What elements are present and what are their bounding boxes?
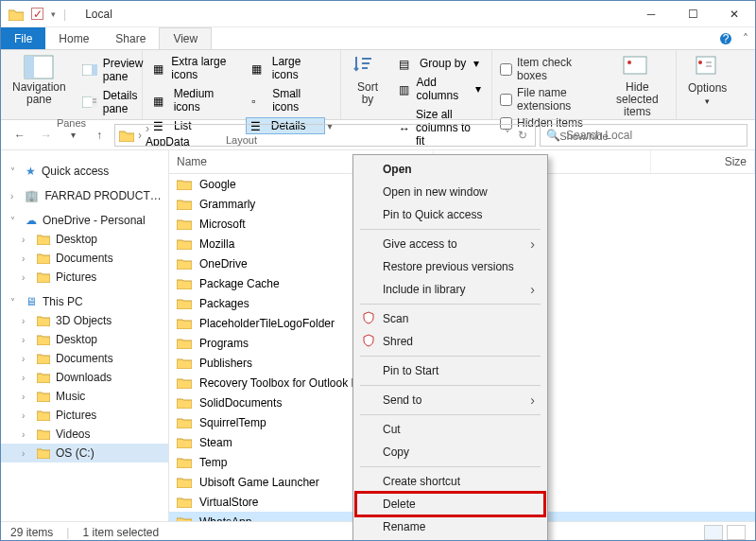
folder-icon — [37, 447, 50, 459]
folder-icon — [177, 497, 192, 508]
tab-file[interactable]: File — [1, 27, 45, 49]
nav-item[interactable]: ›Music — [1, 387, 168, 406]
ctx-scan[interactable]: Scan — [356, 307, 544, 330]
details-pane-button[interactable]: Details pane — [77, 87, 148, 117]
preview-pane-button[interactable]: Preview pane — [77, 55, 148, 85]
view-details-button[interactable] — [704, 525, 723, 540]
column-size[interactable]: Size — [651, 150, 755, 173]
breadcrumb-segment[interactable]: AppData — [146, 135, 190, 147]
folder-icon — [37, 315, 50, 326]
nav-item[interactable]: ›3D Objects — [1, 311, 168, 330]
folder-icon — [177, 179, 192, 190]
qat-checkbox-icon[interactable]: ✓ — [31, 8, 43, 20]
hide-selected-button[interactable]: Hide selected items — [605, 53, 670, 121]
tab-view[interactable]: View — [159, 27, 212, 49]
folder-icon — [37, 410, 50, 421]
preview-pane-icon — [82, 64, 97, 76]
ctx-include-library[interactable]: Include in library — [356, 278, 544, 301]
close-button[interactable]: ✕ — [713, 1, 755, 27]
folder-icon — [37, 253, 50, 264]
nav-quick-access[interactable]: ˅★Quick access — [1, 162, 168, 181]
ctx-shred[interactable]: Shred — [356, 330, 544, 353]
folder-icon — [177, 278, 192, 289]
nav-item[interactable]: ›Downloads — [1, 368, 168, 387]
checkbox-item-check-boxes[interactable]: Item check boxes — [498, 55, 599, 83]
tab-home[interactable]: Home — [45, 27, 102, 49]
nav-item[interactable]: ›Desktop — [1, 330, 168, 349]
nav-item[interactable]: ›Pictures — [1, 268, 168, 287]
ribbon: Navigation pane Preview pane Details pan… — [1, 50, 755, 120]
nav-item[interactable]: ›Videos — [1, 425, 168, 444]
nav-this-pc[interactable]: ˅🖥This PC — [1, 292, 168, 311]
add-columns-button[interactable]: ▥Add columns▾ — [394, 74, 486, 104]
ctx-create-shortcut[interactable]: Create shortcut — [356, 470, 544, 493]
ctx-send-to[interactable]: Send to — [356, 389, 544, 411]
folder-icon — [177, 238, 192, 250]
breadcrumb[interactable]: › Users › Blessy S › AppData › Local › ˅… — [114, 124, 536, 147]
up-button[interactable]: ↑ — [88, 124, 111, 147]
sort-by-button[interactable]: Sort by — [347, 53, 388, 108]
pc-icon: 🖥 — [26, 295, 37, 308]
medium-icons-button[interactable]: ▦Medium icons — [148, 85, 247, 115]
status-selected: 1 item selected — [82, 526, 159, 539]
nav-item[interactable]: ›Desktop — [1, 230, 168, 249]
qat-dropdown-icon[interactable]: ▾ — [51, 9, 56, 19]
search-icon: 🔍 — [546, 129, 560, 142]
folder-icon — [37, 391, 50, 402]
ctx-open-new-window[interactable]: Open in new window — [356, 181, 544, 203]
folder-icon — [177, 516, 192, 522]
folder-icon — [9, 8, 24, 21]
folder-icon — [177, 338, 192, 349]
large-icons-button[interactable]: ▦Large icons — [247, 53, 335, 83]
ribbon-collapse-icon[interactable]: ˄ — [736, 27, 755, 49]
ctx-cut[interactable]: Cut — [356, 418, 544, 441]
ctx-restore[interactable]: Restore previous versions — [356, 255, 544, 278]
ctx-give-access[interactable]: Give access to — [356, 233, 544, 255]
nav-item[interactable]: ›Documents — [1, 249, 168, 268]
ctx-copy[interactable]: Copy — [356, 441, 544, 463]
svg-rect-12 — [696, 57, 715, 74]
navigation-pane[interactable]: ˅★Quick access ›🏢FARRAD PRODUCTION ˅☁One… — [1, 150, 169, 521]
tab-share[interactable]: Share — [102, 27, 159, 49]
nav-item[interactable]: ›Pictures — [1, 406, 168, 425]
address-bar: ← → ▾ ↑ › Users › Blessy S › AppData › L… — [1, 120, 755, 150]
folder-icon — [177, 457, 192, 468]
ctx-pin-start[interactable]: Pin to Start — [356, 359, 544, 382]
ctx-open[interactable]: Open — [356, 158, 544, 181]
small-icons-button[interactable]: ▫Small icons — [247, 85, 335, 115]
folder-icon — [177, 318, 192, 329]
help-icon[interactable]: ? — [715, 27, 736, 49]
window-title: Local — [74, 8, 112, 21]
minimize-button[interactable]: ─ — [630, 1, 672, 27]
search-input[interactable]: 🔍 Search Local — [540, 124, 747, 147]
group-by-button[interactable]: ▤Group by▾ — [394, 55, 486, 72]
folder-icon — [119, 129, 134, 142]
folder-icon — [37, 428, 50, 440]
view-thumbnails-button[interactable] — [727, 525, 746, 540]
checkbox-file-extensions[interactable]: File name extensions — [498, 85, 599, 113]
star-icon: ★ — [26, 165, 36, 178]
navigation-pane-button[interactable]: Navigation pane — [7, 53, 72, 108]
ctx-rename[interactable]: Rename — [356, 515, 544, 538]
refresh-button[interactable]: ↻ — [514, 129, 531, 142]
group-by-icon: ▤ — [399, 58, 414, 69]
options-button[interactable]: Options▾ — [682, 53, 732, 108]
menu-tabs: File Home Share View ? ˄ — [1, 27, 755, 50]
svg-point-13 — [698, 61, 702, 64]
svg-rect-5 — [92, 64, 97, 76]
ctx-pin-quick[interactable]: Pin to Quick access — [356, 203, 544, 226]
nav-item[interactable]: ›OS (C:) — [1, 444, 168, 462]
hide-icon — [622, 55, 652, 79]
nav-item[interactable]: ›Documents — [1, 349, 168, 368]
folder-icon — [177, 377, 192, 389]
nav-farrad[interactable]: ›🏢FARRAD PRODUCTION — [1, 186, 168, 205]
ctx-delete[interactable]: Delete — [356, 493, 544, 515]
address-dropdown-icon[interactable]: ˅ — [505, 129, 510, 142]
forward-button[interactable]: → — [35, 124, 58, 147]
maximize-button[interactable]: ☐ — [672, 1, 713, 27]
history-dropdown[interactable]: ▾ — [61, 124, 84, 147]
nav-onedrive[interactable]: ˅☁OneDrive - Personal — [1, 211, 168, 230]
add-columns-icon: ▥ — [399, 83, 411, 95]
extra-large-icons-button[interactable]: ▦Extra large icons — [148, 53, 247, 83]
back-button[interactable]: ← — [9, 124, 31, 147]
